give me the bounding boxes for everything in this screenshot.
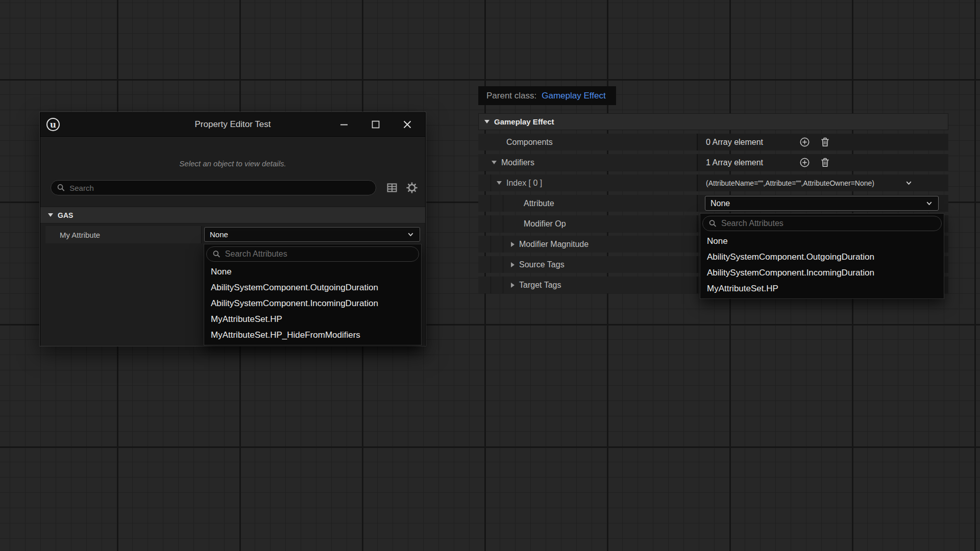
my-attribute-row: My Attribute None — [45, 226, 420, 243]
row-name-cell: Components — [478, 134, 697, 151]
combobox-value: None — [210, 230, 228, 239]
row-name-cell: Target Tags — [478, 277, 697, 293]
expand-arrow-icon[interactable] — [497, 181, 502, 185]
add-element-icon[interactable] — [799, 136, 811, 148]
dropdown-item[interactable]: None — [206, 264, 419, 280]
attribute-dropdown-menu: None AbilitySystemComponent.OutgoingDura… — [700, 213, 944, 299]
array-count-text: 1 Array element — [706, 158, 763, 167]
row-name-cell: Modifier Magnitude — [478, 236, 697, 253]
category-header-gas[interactable]: GAS — [40, 207, 425, 223]
indent-guide — [491, 256, 491, 273]
indent-guide — [491, 277, 491, 293]
category-header-gameplay-effect[interactable]: Gameplay Effect — [478, 113, 948, 130]
dropdown-item[interactable]: AbilitySystemComponent.OutgoingDuration — [702, 249, 942, 265]
expand-arrow-icon[interactable] — [511, 262, 514, 267]
minimize-icon — [338, 118, 350, 131]
indent-guide — [491, 174, 491, 191]
parent-class-bar: Parent class: Gameplay Effect — [478, 86, 616, 105]
dropdown-search-box[interactable] — [702, 216, 942, 231]
components-row: Components 0 Array element — [478, 134, 948, 151]
row-name-cell: Index [ 0 ] — [478, 174, 697, 191]
row-value-cell: None — [697, 195, 948, 212]
minimize-button[interactable] — [328, 113, 360, 136]
row-label: Modifiers — [501, 158, 534, 167]
row-label: Modifier Op — [524, 219, 566, 229]
dropdown-item[interactable]: None — [702, 233, 942, 249]
search-input[interactable] — [69, 184, 370, 192]
expand-arrow-icon[interactable] — [511, 242, 514, 247]
dropdown-search-box[interactable] — [206, 246, 419, 262]
dropdown-search-input[interactable] — [225, 249, 413, 259]
index-0-row: Index [ 0 ] (AttributeName="",Attribute=… — [478, 174, 948, 191]
row-name-cell: Source Tags — [478, 256, 697, 273]
dropdown-item[interactable]: MyAttributeSet.HP — [206, 311, 419, 327]
maximize-icon — [370, 118, 382, 131]
parent-class-link[interactable]: Gameplay Effect — [542, 91, 605, 101]
window-controls — [328, 113, 423, 136]
row-name-cell: Attribute — [478, 195, 697, 212]
dropdown-item[interactable]: AbilitySystemComponent.OutgoingDuration — [206, 280, 419, 295]
row-label: Attribute — [524, 199, 554, 208]
indent-guide — [491, 195, 491, 212]
attribute-dropdown-menu: None AbilitySystemComponent.OutgoingDura… — [204, 244, 422, 345]
details-toolbar — [386, 182, 418, 194]
search-box[interactable] — [51, 180, 376, 195]
row-value-cell: 0 Array element — [697, 134, 948, 151]
category-expand-arrow-icon — [48, 213, 53, 217]
chevron-down-icon — [925, 199, 933, 207]
view-options-icon[interactable] — [386, 182, 398, 194]
close-button[interactable] — [391, 113, 423, 136]
attribute-row: Attribute None — [478, 195, 948, 212]
add-element-icon[interactable] — [799, 157, 811, 168]
row-name-cell: Modifier Op — [478, 215, 697, 232]
row-label: Target Tags — [519, 281, 561, 290]
indent-guide — [491, 236, 491, 253]
chevron-down-icon — [407, 231, 414, 238]
array-actions — [799, 134, 831, 151]
delete-elements-icon[interactable] — [819, 157, 831, 168]
row-name-cell: Modifiers — [478, 154, 697, 171]
search-icon — [57, 183, 65, 192]
window-titlebar[interactable]: u Property Editor Test — [40, 113, 425, 137]
attribute-combobox[interactable]: None — [705, 196, 939, 211]
array-actions — [799, 154, 831, 171]
unreal-logo-icon: u — [46, 118, 60, 131]
delete-elements-icon[interactable] — [819, 136, 831, 148]
modifiers-row: Modifiers 1 Array element — [478, 154, 948, 171]
property-value-cell: None — [202, 226, 420, 243]
array-count-text: 0 Array element — [706, 138, 763, 147]
expand-arrow-icon[interactable] — [511, 283, 514, 288]
settings-gear-icon[interactable] — [406, 182, 418, 194]
expand-arrow-icon[interactable] — [492, 161, 497, 164]
property-editor-test-window: u Property Editor Test Select an object … — [40, 112, 426, 346]
category-label: Gameplay Effect — [494, 117, 554, 126]
details-search-row — [51, 180, 418, 195]
dropdown-search-input[interactable] — [721, 219, 936, 228]
my-attribute-combobox[interactable]: None — [204, 227, 420, 242]
indent-guide — [503, 256, 503, 273]
indent-guide — [503, 215, 503, 232]
empty-selection-message: Select an object to view details. — [40, 159, 425, 168]
property-name-cell: My Attribute — [45, 226, 202, 243]
chevron-down-icon — [905, 179, 913, 187]
dropdown-item[interactable]: MyAttributeSet.HP_HideFromModifiers — [206, 327, 419, 343]
row-label: Index [ 0 ] — [506, 179, 542, 188]
row-label: Components — [506, 138, 553, 147]
close-icon — [401, 118, 413, 131]
indent-guide — [503, 195, 503, 212]
search-icon — [708, 219, 717, 228]
search-icon — [212, 249, 221, 259]
category-label: GAS — [58, 211, 73, 219]
dropdown-item[interactable]: AbilitySystemComponent.IncomingDuration — [702, 265, 942, 281]
struct-summary-text: (AttributeName="",Attribute="",Attribute… — [706, 179, 874, 187]
indent-guide — [491, 215, 491, 232]
indent-guide — [503, 277, 503, 293]
window-body: Select an object to view details. GAS My… — [40, 137, 425, 346]
indent-guide — [503, 236, 503, 253]
parent-class-label: Parent class: — [486, 91, 536, 101]
dropdown-item[interactable]: AbilitySystemComponent.IncomingDuration — [206, 295, 419, 311]
row-value-cell[interactable]: (AttributeName="",Attribute="",Attribute… — [697, 174, 948, 191]
maximize-button[interactable] — [360, 113, 391, 136]
property-label: My Attribute — [60, 231, 100, 239]
dropdown-item[interactable]: MyAttributeSet.HP — [702, 281, 942, 296]
